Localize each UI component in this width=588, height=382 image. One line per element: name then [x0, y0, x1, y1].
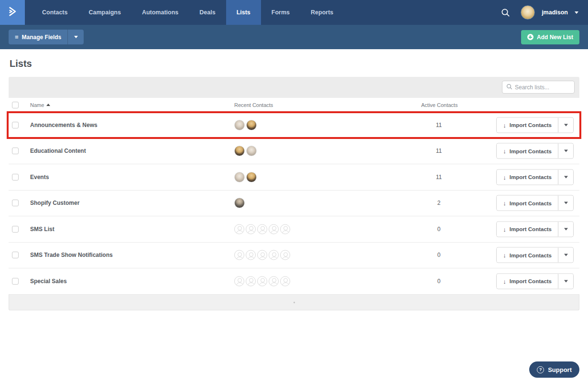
import-contacts-split-button: ↓Import Contacts — [496, 247, 574, 263]
empty-avatar-placeholder — [234, 224, 244, 234]
import-options-dropdown-button[interactable] — [558, 222, 573, 236]
table-row: Special Sales0↓Import Contacts — [9, 268, 579, 295]
import-contacts-label: Import Contacts — [510, 252, 552, 258]
empty-avatar-placeholder — [246, 250, 256, 260]
nav-item-campaigns[interactable]: Campaigns — [78, 0, 131, 25]
nav-item-deals[interactable]: Deals — [189, 0, 226, 25]
list-name[interactable]: Educational Content — [30, 148, 86, 154]
recent-contacts-avatars — [234, 276, 290, 286]
contact-avatar[interactable] — [246, 146, 257, 156]
import-options-dropdown-button[interactable] — [558, 170, 573, 184]
recent-contacts-avatars — [234, 224, 290, 234]
recent-contacts-avatars — [234, 198, 245, 208]
empty-avatar-placeholder — [246, 276, 256, 286]
import-contacts-button[interactable]: ↓Import Contacts — [497, 274, 558, 288]
empty-avatar-placeholder — [257, 276, 267, 286]
active-contacts-count: 0 — [421, 278, 457, 285]
import-contacts-label: Import Contacts — [510, 174, 552, 180]
active-contacts-count: 0 — [421, 252, 457, 258]
main-content: Lists Name Recent Contacts Active Contac… — [0, 58, 588, 310]
download-arrow-icon: ↓ — [503, 174, 506, 180]
nav-item-automations[interactable]: Automations — [131, 0, 189, 25]
search-lists-input[interactable] — [515, 84, 570, 91]
support-button[interactable]: ? Support — [529, 361, 579, 378]
row-checkbox[interactable] — [12, 200, 19, 206]
list-name[interactable]: SMS List — [30, 226, 54, 233]
import-contacts-split-button: ↓Import Contacts — [496, 169, 574, 185]
nav-item-reports[interactable]: Reports — [300, 0, 344, 25]
plus-icon — [527, 34, 534, 40]
chevron-down-icon — [74, 36, 78, 38]
import-contacts-button[interactable]: ↓Import Contacts — [497, 144, 558, 159]
row-checkbox[interactable] — [12, 174, 19, 180]
row-checkbox[interactable] — [12, 148, 19, 154]
footer-dot — [294, 302, 295, 303]
import-options-dropdown-button[interactable] — [558, 144, 573, 159]
nav-item-contacts[interactable]: Contacts — [32, 0, 78, 25]
row-checkbox[interactable] — [12, 278, 19, 285]
import-options-dropdown-button[interactable] — [558, 117, 573, 132]
main-nav: ContactsCampaignsAutomationsDealsListsFo… — [32, 0, 344, 25]
import-options-dropdown-button[interactable] — [558, 248, 573, 263]
user-avatar[interactable] — [521, 5, 535, 20]
contact-avatar[interactable] — [234, 172, 245, 182]
top-navigation: ContactsCampaignsAutomationsDealsListsFo… — [0, 0, 588, 25]
list-name[interactable]: Special Sales — [30, 278, 67, 285]
empty-avatar-placeholder — [234, 276, 244, 286]
select-all-checkbox[interactable] — [12, 102, 19, 108]
download-arrow-icon: ↓ — [503, 200, 506, 206]
table-row: Educational Content11↓Import Contacts — [9, 138, 579, 165]
contact-avatar[interactable] — [234, 146, 245, 156]
import-contacts-button[interactable]: ↓Import Contacts — [497, 117, 558, 132]
chevron-down-icon — [564, 228, 568, 230]
active-contacts-count: 0 — [421, 226, 457, 233]
contact-avatar[interactable] — [234, 120, 245, 130]
username-label[interactable]: jmadison — [542, 9, 568, 16]
import-contacts-button[interactable]: ↓Import Contacts — [497, 248, 558, 263]
import-contacts-split-button: ↓Import Contacts — [496, 143, 574, 159]
column-header-name[interactable]: Name — [30, 102, 50, 108]
row-checkbox[interactable] — [12, 122, 19, 128]
empty-avatar-placeholder — [269, 224, 279, 234]
recent-contacts-avatars — [234, 120, 257, 130]
manage-fields-label: Manage Fields — [22, 34, 62, 41]
recent-contacts-avatars — [234, 250, 290, 260]
contact-avatar[interactable] — [234, 198, 245, 208]
activecampaign-logo[interactable] — [0, 0, 25, 25]
row-checkbox[interactable] — [12, 252, 19, 258]
import-contacts-split-button: ↓Import Contacts — [496, 221, 574, 237]
import-contacts-button[interactable]: ↓Import Contacts — [497, 170, 558, 184]
list-name[interactable]: Announcements & News — [30, 122, 98, 128]
question-mark-icon: ? — [537, 366, 544, 373]
contact-avatar[interactable] — [246, 172, 257, 182]
empty-avatar-placeholder — [257, 250, 267, 260]
chevron-down-icon — [564, 202, 568, 204]
manage-fields-dropdown-button[interactable] — [67, 30, 84, 44]
import-contacts-button[interactable]: ↓Import Contacts — [497, 222, 558, 236]
import-contacts-button[interactable]: ↓Import Contacts — [497, 196, 558, 211]
list-name[interactable]: Shopify Customer — [30, 200, 79, 206]
empty-avatar-placeholder — [257, 224, 267, 234]
table-row: Announcements & News11↓Import Contacts — [9, 112, 579, 138]
user-menu-caret-icon[interactable] — [575, 11, 578, 14]
list-name[interactable]: Events — [30, 174, 49, 180]
contact-avatar[interactable] — [246, 120, 257, 130]
chevron-down-icon — [564, 150, 568, 152]
sub-toolbar: ≡ Manage Fields Add New List — [0, 25, 588, 49]
list-name[interactable]: SMS Trade Show Notifications — [30, 252, 113, 258]
nav-item-forms[interactable]: Forms — [261, 0, 300, 25]
import-options-dropdown-button[interactable] — [558, 274, 573, 288]
add-new-list-button[interactable]: Add New List — [521, 30, 579, 44]
search-icon[interactable] — [501, 8, 510, 17]
download-arrow-icon: ↓ — [503, 148, 506, 154]
import-options-dropdown-button[interactable] — [558, 196, 573, 211]
import-contacts-label: Import Contacts — [510, 200, 552, 206]
row-checkbox[interactable] — [12, 226, 19, 233]
nav-right-group: jmadison — [501, 0, 588, 25]
manage-fields-split-button: ≡ Manage Fields — [9, 30, 84, 44]
list-icon: ≡ — [15, 34, 19, 40]
import-contacts-label: Import Contacts — [510, 148, 552, 154]
empty-avatar-placeholder — [280, 276, 290, 286]
nav-item-lists[interactable]: Lists — [226, 0, 261, 25]
manage-fields-button[interactable]: ≡ Manage Fields — [9, 30, 67, 44]
